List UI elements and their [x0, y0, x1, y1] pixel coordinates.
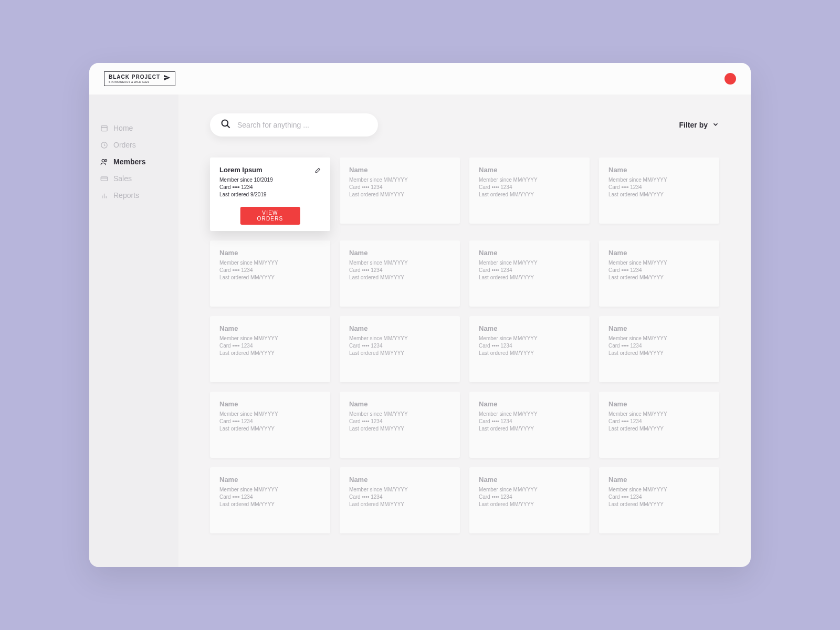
member-name: Name	[479, 476, 497, 484]
member-card[interactable]: NameMember since MM/YYYYCard •••• 1234La…	[340, 392, 460, 458]
member-last-ordered: Last ordered MM/YYYY	[219, 350, 321, 356]
view-orders-button[interactable]: VIEW ORDERS	[240, 207, 300, 225]
member-last-ordered: Last ordered MM/YYYY	[349, 350, 450, 356]
member-card[interactable]: NameMember since MM/YYYYCard •••• 1234La…	[210, 240, 330, 307]
member-card-number: Card •••• 1234	[479, 343, 580, 349]
svg-point-10	[222, 120, 228, 127]
member-since: Member since MM/YYYY	[608, 260, 710, 266]
member-card[interactable]: NameMember since MM/YYYYCard •••• 1234La…	[469, 316, 590, 382]
member-last-ordered: Last ordered MM/YYYY	[479, 426, 580, 432]
member-name: Name	[349, 476, 368, 484]
brand-logo[interactable]: BLACK PROJECT SPONTANEOUS & WILD ALES	[104, 71, 175, 86]
member-since: Member since MM/YYYY	[479, 335, 580, 341]
member-last-ordered: Last ordered MM/YYYY	[349, 192, 450, 197]
sidebar: Home Orders Members Sales	[89, 94, 178, 567]
member-card-number: Card •••• 1234	[608, 418, 710, 424]
search-icon	[220, 119, 231, 131]
member-card-number: Card •••• 1234	[219, 184, 321, 190]
member-last-ordered: Last ordered MM/YYYY	[608, 501, 710, 507]
member-card[interactable]: NameMember since MM/YYYYCard •••• 1234La…	[210, 392, 330, 458]
member-card[interactable]: NameMember since MM/YYYYCard •••• 1234La…	[599, 392, 719, 458]
member-card[interactable]: NameMember since MM/YYYYCard •••• 1234La…	[340, 158, 460, 224]
member-card[interactable]: NameMember since MM/YYYYCard •••• 1234La…	[599, 240, 719, 307]
member-name: Name	[219, 324, 238, 332]
filter-button[interactable]: Filter by	[679, 121, 719, 130]
member-name: Name	[479, 249, 497, 257]
member-name: Name	[219, 249, 238, 257]
status-indicator[interactable]	[724, 73, 736, 85]
member-card[interactable]: NameMember since MM/YYYYCard •••• 1234La…	[340, 240, 460, 307]
member-last-ordered: Last ordered MM/YYYY	[608, 426, 710, 432]
svg-rect-0	[101, 125, 107, 131]
member-name: Name	[608, 324, 627, 332]
member-card[interactable]: NameMember since MM/YYYYCard •••• 1234La…	[210, 316, 330, 382]
member-since: Member since MM/YYYY	[349, 335, 450, 341]
member-card[interactable]: NameMember since MM/YYYYCard •••• 1234La…	[599, 316, 719, 382]
member-name: Name	[608, 476, 627, 484]
app-window: BLACK PROJECT SPONTANEOUS & WILD ALES Ho…	[89, 63, 751, 567]
member-since: Member since MM/YYYY	[349, 177, 450, 183]
member-card-number: Card •••• 1234	[219, 494, 321, 500]
member-card[interactable]: NameMember since MM/YYYYCard •••• 1234La…	[210, 467, 330, 533]
member-name: Name	[219, 476, 238, 484]
member-card[interactable]: NameMember since MM/YYYYCard •••• 1234La…	[469, 240, 590, 307]
member-last-ordered: Last ordered MM/YYYY	[608, 350, 710, 356]
member-since: Member since MM/YYYY	[219, 260, 321, 266]
member-card-number: Card •••• 1234	[219, 267, 321, 273]
sidebar-item-sales[interactable]: Sales	[89, 170, 178, 187]
member-card[interactable]: NameMember since MM/YYYYCard •••• 1234La…	[340, 316, 460, 382]
sales-icon	[100, 174, 108, 183]
member-last-ordered: Last ordered MM/YYYY	[479, 501, 580, 507]
member-card-number: Card •••• 1234	[608, 343, 710, 349]
member-card[interactable]: NameMember since MM/YYYYCard •••• 1234La…	[599, 158, 719, 224]
member-card-number: Card •••• 1234	[349, 343, 450, 349]
member-card[interactable]: NameMember since MM/YYYYCard •••• 1234La…	[469, 392, 590, 458]
member-grid: Lorem IpsumMember since 10/2019Card ••••…	[210, 158, 719, 533]
member-since: Member since MM/YYYY	[608, 177, 710, 183]
member-since: Member since MM/YYYY	[479, 177, 580, 183]
member-card[interactable]: NameMember since MM/YYYYCard •••• 1234La…	[469, 158, 590, 224]
member-last-ordered: Last ordered MM/YYYY	[349, 275, 450, 280]
member-card[interactable]: NameMember since MM/YYYYCard •••• 1234La…	[340, 467, 460, 533]
member-since: Member since MM/YYYY	[608, 411, 710, 417]
member-last-ordered: Last ordered MM/YYYY	[349, 501, 450, 507]
member-card[interactable]: NameMember since MM/YYYYCard •••• 1234La…	[469, 467, 590, 533]
member-name: Name	[349, 166, 368, 174]
member-name: Lorem Ipsum	[219, 166, 262, 174]
svg-point-3	[102, 159, 104, 162]
sidebar-item-label: Orders	[113, 141, 136, 149]
member-since: Member since MM/YYYY	[349, 260, 450, 266]
member-last-ordered: Last ordered 9/2019	[219, 192, 321, 197]
sidebar-item-home[interactable]: Home	[89, 120, 178, 136]
member-card[interactable]: Lorem IpsumMember since 10/2019Card ••••…	[210, 158, 330, 231]
member-since: Member since MM/YYYY	[219, 487, 321, 492]
member-card-number: Card •••• 1234	[479, 418, 580, 424]
member-last-ordered: Last ordered MM/YYYY	[479, 350, 580, 356]
member-last-ordered: Last ordered MM/YYYY	[349, 426, 450, 432]
orders-icon	[100, 141, 108, 149]
chevron-down-icon	[712, 121, 719, 130]
member-last-ordered: Last ordered MM/YYYY	[479, 192, 580, 197]
edit-icon[interactable]	[314, 167, 321, 176]
members-icon	[100, 158, 108, 166]
sidebar-item-reports[interactable]: Reports	[89, 187, 178, 204]
search-input[interactable]	[237, 121, 368, 129]
member-last-ordered: Last ordered MM/YYYY	[608, 192, 710, 197]
reports-icon	[100, 191, 108, 200]
member-card[interactable]: NameMember since MM/YYYYCard •••• 1234La…	[599, 467, 719, 533]
sidebar-item-orders[interactable]: Orders	[89, 136, 178, 153]
search-box[interactable]	[210, 113, 378, 136]
member-since: Member since MM/YYYY	[349, 411, 450, 417]
member-since: Member since MM/YYYY	[479, 487, 580, 492]
member-since: Member since MM/YYYY	[608, 335, 710, 341]
member-since: Member since MM/YYYY	[479, 411, 580, 417]
sidebar-item-label: Members	[113, 158, 145, 166]
sidebar-item-members[interactable]: Members	[89, 153, 178, 170]
member-card-number: Card •••• 1234	[219, 343, 321, 349]
member-name: Name	[479, 166, 497, 174]
body: Home Orders Members Sales	[89, 94, 751, 567]
member-card-number: Card •••• 1234	[608, 267, 710, 273]
member-since: Member since MM/YYYY	[219, 411, 321, 417]
member-card-number: Card •••• 1234	[349, 184, 450, 190]
brand-tagline: SPONTANEOUS & WILD ALES	[109, 80, 160, 83]
